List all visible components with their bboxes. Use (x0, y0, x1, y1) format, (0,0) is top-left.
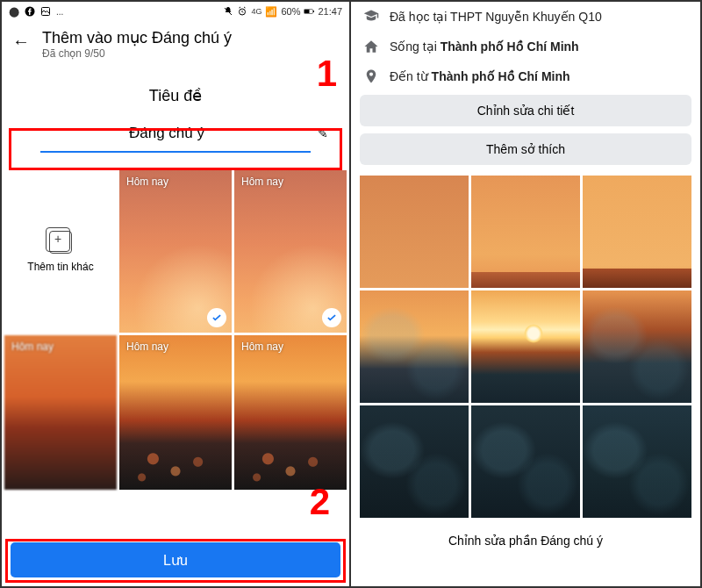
pencil-icon[interactable]: ✎ (318, 126, 328, 140)
alarm-icon (237, 6, 247, 17)
title-input-area[interactable]: Đáng chú ý ✎ (11, 114, 340, 165)
info-education[interactable]: Đã học tại THPT Nguyễn Khuyến Q10 (351, 2, 700, 32)
add-more-cell[interactable]: Thêm tin khác (4, 170, 117, 333)
save-button[interactable]: Lưu (11, 542, 340, 577)
more-icon: ... (56, 7, 63, 17)
check-icon (322, 308, 341, 327)
status-bar: ⬤ ... 4G 📶 60% 21:47 (2, 2, 349, 21)
story-label: Hôm nay (126, 176, 168, 188)
section-title: Tiêu đề (2, 86, 349, 105)
info-lives-in[interactable]: Sống tại Thành phố Hồ Chí Minh (351, 32, 700, 61)
featured-tile[interactable] (360, 405, 469, 518)
graduation-cap-icon (363, 9, 379, 25)
menu-dot-icon: ⬤ (9, 6, 19, 18)
info-text: Đã học tại THPT Nguyễn Khuyến Q10 (390, 10, 602, 24)
story-label: Hôm nay (241, 176, 283, 188)
mute-icon (223, 6, 233, 17)
add-more-label: Thêm tin khác (27, 261, 93, 273)
featured-tile[interactable] (360, 290, 469, 403)
add-hobbies-button[interactable]: Thêm sở thích (360, 133, 691, 165)
edit-details-button[interactable]: Chỉnh sửa chi tiết (360, 95, 691, 126)
selection-count: Đã chọn 9/50 (42, 47, 232, 60)
input-underline (40, 151, 311, 153)
story-label: Hôm nay (126, 341, 168, 353)
check-icon (207, 308, 226, 327)
story-label: Hôm nay (241, 341, 283, 353)
left-screenshot: ⬤ ... 4G 📶 60% 21:47 ← Thêm vào mục Đáng… (2, 2, 351, 586)
signal-icon: 📶 (265, 6, 277, 18)
right-screenshot: Đã học tại THPT Nguyễn Khuyến Q10 Sống t… (351, 2, 700, 586)
story-cell[interactable]: Hôm nay (119, 170, 232, 333)
location-pin-icon (363, 68, 379, 84)
facebook-icon (25, 6, 35, 17)
header: ← Thêm vào mục Đáng chú ý Đã chọn 9/50 (2, 21, 349, 65)
featured-tile[interactable] (583, 176, 691, 288)
featured-tile[interactable] (583, 405, 691, 518)
edit-featured-button[interactable]: Chỉnh sửa phần Đáng chú ý (360, 525, 691, 556)
add-stack-icon (49, 231, 72, 254)
annotation-1: 1 (317, 53, 337, 95)
battery-icon (304, 6, 314, 17)
featured-grid[interactable] (360, 176, 691, 518)
story-cell[interactable]: Hôm nay (234, 170, 347, 333)
story-cell[interactable]: Hôm nay (234, 335, 347, 490)
featured-tile[interactable] (471, 176, 580, 288)
home-icon (363, 39, 379, 54)
gallery-icon (40, 6, 51, 17)
page-title: Thêm vào mục Đáng chú ý (42, 28, 232, 47)
battery-pct: 60% (281, 6, 300, 17)
clock: 21:47 (318, 6, 342, 17)
story-cell[interactable]: Hôm nay (119, 335, 232, 490)
info-text: Đến từ Thành phố Hồ Chí Minh (390, 69, 570, 83)
info-text: Sống tại Thành phố Hồ Chí Minh (390, 39, 579, 54)
featured-tile[interactable] (360, 176, 469, 288)
story-label: Hôm nay (11, 341, 54, 353)
info-from[interactable]: Đến từ Thành phố Hồ Chí Minh (351, 61, 700, 91)
featured-tile[interactable] (583, 290, 691, 403)
back-arrow-icon[interactable]: ← (12, 32, 30, 52)
featured-tile[interactable] (471, 290, 580, 403)
title-input[interactable]: Đáng chú ý (23, 125, 311, 142)
story-cell[interactable]: Hôm nay (4, 335, 117, 490)
story-grid: Thêm tin khác Hôm nay Hôm nay Hôm nay Hô… (2, 170, 349, 490)
annotation-2: 2 (310, 481, 330, 523)
network-label: 4G (251, 7, 261, 16)
svg-rect-4 (304, 10, 310, 13)
svg-rect-5 (313, 11, 314, 12)
featured-tile[interactable] (471, 405, 580, 518)
